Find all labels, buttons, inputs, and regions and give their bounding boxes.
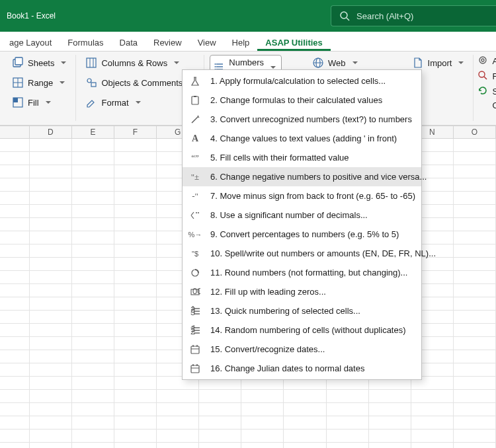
- cell[interactable]: [454, 429, 496, 443]
- cell[interactable]: [114, 337, 157, 350]
- cell[interactable]: [241, 443, 284, 448]
- cell[interactable]: [241, 429, 284, 443]
- cell[interactable]: [114, 377, 157, 390]
- options-se-button[interactable]: Options and se: [477, 100, 496, 110]
- cell[interactable]: [454, 403, 496, 416]
- cell[interactable]: [114, 363, 157, 377]
- tab-help[interactable]: Help: [224, 34, 258, 51]
- cell[interactable]: [114, 205, 157, 218]
- menu-change-negative-positive[interactable]: "±6. Change negative numbers to positive…: [183, 167, 421, 186]
- cell[interactable]: [30, 297, 72, 311]
- cell[interactable]: [30, 218, 72, 231]
- cell[interactable]: [284, 429, 326, 443]
- cell[interactable]: [30, 390, 72, 403]
- cell[interactable]: [327, 416, 369, 429]
- cell[interactable]: [284, 403, 326, 416]
- tab-formulas[interactable]: Formulas: [60, 34, 111, 51]
- cell[interactable]: [114, 324, 157, 337]
- cell[interactable]: [30, 258, 72, 271]
- menu-spell-out[interactable]: "$10. Spell/write out numbers or amounts…: [183, 244, 421, 263]
- cell[interactable]: [72, 139, 114, 152]
- cell[interactable]: [114, 311, 157, 324]
- cell[interactable]: [199, 416, 241, 429]
- menu-quick-numbering[interactable]: 12313. Quick numbering of selected cells…: [183, 301, 421, 320]
- cell[interactable]: [30, 244, 72, 258]
- cell[interactable]: [30, 403, 72, 416]
- cell[interactable]: [72, 311, 114, 324]
- cell[interactable]: [30, 443, 72, 448]
- cell[interactable]: [0, 403, 30, 416]
- cell[interactable]: [114, 178, 157, 192]
- cell[interactable]: [411, 416, 454, 429]
- cell[interactable]: [30, 416, 72, 429]
- cell[interactable]: [72, 390, 114, 403]
- cell[interactable]: [72, 192, 114, 205]
- cell[interactable]: [454, 192, 496, 205]
- cell[interactable]: [369, 429, 411, 443]
- cell[interactable]: [0, 429, 30, 443]
- cell[interactable]: [72, 165, 114, 178]
- cell[interactable]: [30, 429, 72, 443]
- cell[interactable]: [454, 390, 496, 403]
- start-last-button[interactable]: Start last tool ag: [477, 85, 496, 98]
- cell[interactable]: [454, 363, 496, 377]
- cell[interactable]: [454, 271, 496, 284]
- cell[interactable]: [454, 350, 496, 363]
- cell[interactable]: [114, 218, 157, 231]
- cell[interactable]: [0, 139, 30, 152]
- cell[interactable]: [0, 324, 30, 337]
- cell[interactable]: [327, 443, 369, 448]
- cell[interactable]: [0, 311, 30, 324]
- cell[interactable]: [114, 139, 157, 152]
- find-run-button[interactable]: Find and run a: [477, 70, 496, 83]
- cell[interactable]: [157, 429, 199, 443]
- cell[interactable]: [241, 390, 284, 403]
- cell[interactable]: [0, 231, 30, 244]
- menu-change-to-text[interactable]: A4. Change values to text values (adding…: [183, 129, 421, 148]
- cell[interactable]: [30, 311, 72, 324]
- menu-convert-percentages[interactable]: %→9. Convert percentages to numbers (e.g…: [183, 225, 421, 244]
- menu-change-formulas-values[interactable]: 2. Change formulas to their calculated v…: [183, 91, 421, 110]
- search-box[interactable]: Search (Alt+Q): [331, 5, 496, 26]
- cell[interactable]: [411, 390, 454, 403]
- col-header[interactable]: E: [72, 126, 114, 138]
- cell[interactable]: [0, 363, 30, 377]
- cell[interactable]: [72, 297, 114, 311]
- cell[interactable]: [454, 311, 496, 324]
- cell[interactable]: [114, 284, 157, 297]
- cell[interactable]: [199, 403, 241, 416]
- cell[interactable]: [199, 390, 241, 403]
- cell[interactable]: [30, 377, 72, 390]
- cell[interactable]: [411, 429, 454, 443]
- cell[interactable]: [454, 297, 496, 311]
- cell[interactable]: [454, 337, 496, 350]
- web-button[interactable]: Web: [308, 55, 362, 71]
- cell[interactable]: [0, 271, 30, 284]
- cell[interactable]: [157, 416, 199, 429]
- cell[interactable]: [30, 165, 72, 178]
- cell[interactable]: [284, 443, 326, 448]
- cell[interactable]: [72, 271, 114, 284]
- cell[interactable]: [114, 192, 157, 205]
- cell[interactable]: [30, 350, 72, 363]
- cell[interactable]: [0, 244, 30, 258]
- cell[interactable]: [72, 350, 114, 363]
- menu-fill-formatted[interactable]: “”5. Fill cells with their formatted val…: [183, 148, 421, 167]
- cell[interactable]: [454, 178, 496, 192]
- cell[interactable]: [327, 390, 369, 403]
- cell[interactable]: [454, 205, 496, 218]
- cell[interactable]: [411, 403, 454, 416]
- cell[interactable]: [114, 152, 157, 165]
- cell[interactable]: [454, 244, 496, 258]
- cell[interactable]: [72, 324, 114, 337]
- cell[interactable]: [30, 152, 72, 165]
- cell[interactable]: [0, 297, 30, 311]
- cell[interactable]: [369, 390, 411, 403]
- cell[interactable]: [72, 244, 114, 258]
- cell[interactable]: [454, 258, 496, 271]
- cell[interactable]: [72, 416, 114, 429]
- cell[interactable]: [454, 284, 496, 297]
- cell[interactable]: [454, 377, 496, 390]
- cell[interactable]: [114, 271, 157, 284]
- cell[interactable]: [0, 165, 30, 178]
